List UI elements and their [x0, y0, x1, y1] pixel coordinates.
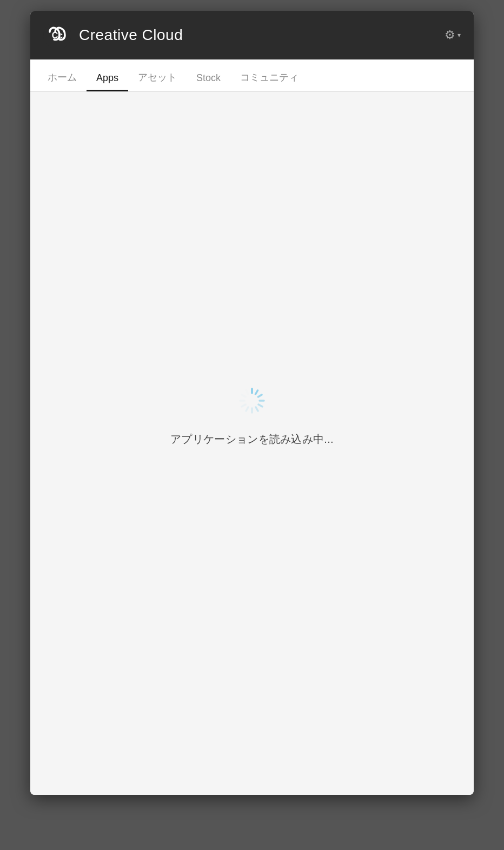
- tab-apps[interactable]: Apps: [87, 72, 128, 91]
- svg-text:Cc: Cc: [52, 31, 63, 40]
- app-title: Creative Cloud: [79, 26, 183, 44]
- svg-line-4: [258, 395, 262, 397]
- loading-area: アプリケーションを読み込み中...: [170, 387, 334, 447]
- loading-spinner-icon: [238, 387, 266, 415]
- svg-line-6: [258, 404, 262, 407]
- svg-line-10: [242, 404, 246, 407]
- creative-cloud-logo-icon: Cc: [43, 21, 71, 49]
- gear-icon: ⚙: [445, 28, 455, 42]
- dropdown-arrow-icon: ▾: [457, 31, 461, 39]
- tab-stock[interactable]: Stock: [187, 72, 230, 91]
- tab-home[interactable]: ホーム: [45, 71, 87, 91]
- svg-line-7: [256, 407, 258, 411]
- settings-button[interactable]: ⚙ ▾: [445, 28, 461, 42]
- tab-assets[interactable]: アセット: [128, 71, 187, 91]
- tab-community[interactable]: コミュニティ: [230, 71, 308, 91]
- svg-line-3: [256, 390, 258, 394]
- loading-text: アプリケーションを読み込み中...: [170, 432, 334, 447]
- main-content: アプリケーションを読み込み中...: [30, 92, 474, 795]
- header-logo: Cc Creative Cloud: [43, 21, 183, 49]
- svg-line-13: [246, 390, 248, 394]
- app-window: Cc Creative Cloud ⚙ ▾ ホーム Apps アセット Stoc…: [30, 11, 474, 795]
- svg-line-9: [246, 407, 248, 411]
- svg-line-12: [242, 395, 246, 397]
- header: Cc Creative Cloud ⚙ ▾: [30, 11, 474, 59]
- nav-tabs: ホーム Apps アセット Stock コミュニティ: [30, 59, 474, 92]
